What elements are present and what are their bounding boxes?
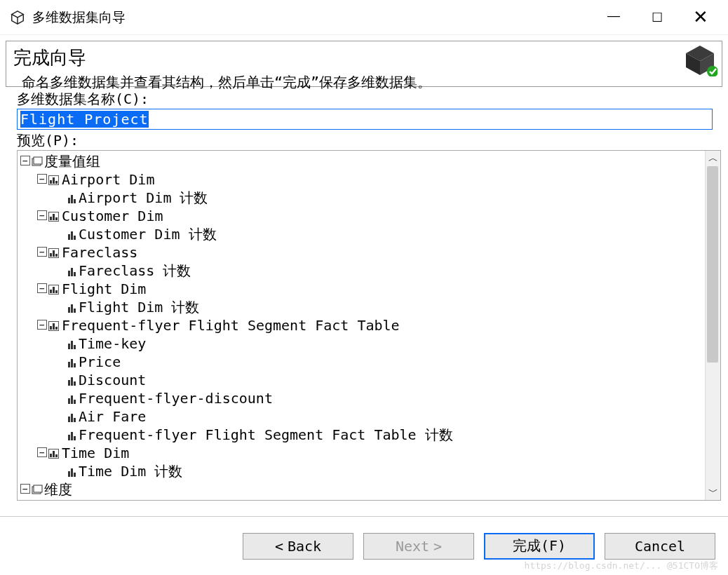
chevron-right-icon: > — [433, 538, 442, 555]
cancel-button[interactable]: Cancel — [605, 533, 715, 560]
measure-icon — [68, 394, 76, 404]
dimension-group-icon — [32, 485, 43, 494]
collapse-icon[interactable] — [37, 247, 47, 257]
tree-content[interactable]: 度量值组 Airport Dim Airport Dim 计数 Customer… — [18, 151, 705, 500]
tree-leaf[interactable]: Fareclass 计数 — [20, 262, 705, 280]
tree-group[interactable]: Frequent-flyer Flight Segment Fact Table — [20, 316, 705, 334]
app-icon — [10, 10, 25, 25]
collapse-icon[interactable] — [37, 210, 47, 220]
measure-group-icon — [48, 285, 59, 295]
maximize-button[interactable] — [635, 4, 679, 32]
tree-group[interactable]: Flight Dim — [20, 280, 705, 298]
scroll-up-arrow[interactable]: ︿ — [706, 151, 720, 166]
measure-group-icon — [48, 248, 59, 258]
collapse-icon[interactable] — [20, 156, 30, 165]
title-bar: 多维数据集向导 — [0, 0, 728, 35]
watermark-text: https://blog.csdn.net/... @51CTO博客 — [525, 560, 718, 572]
content-area: 多维数据集名称(C): Flight Project 预览(P): — [0, 87, 728, 150]
tree-leaf[interactable]: Discount — [20, 371, 705, 389]
tree-leaf[interactable]: Frequent-flyer Flight Segment Fact Table… — [20, 426, 705, 444]
scroll-track[interactable] — [706, 166, 720, 485]
wizard-header: 完成向导 命名多维数据集并查看其结构，然后单击“完成”保存多维数据集。 — [6, 41, 722, 87]
tree-leaf[interactable]: Time-key — [20, 334, 705, 353]
collapse-icon[interactable] — [37, 320, 47, 330]
tree-group[interactable]: Time Dim — [20, 444, 705, 462]
scroll-thumb[interactable] — [707, 166, 718, 363]
tree-leaf[interactable]: Frequent-flyer-discount — [20, 389, 705, 407]
finish-button[interactable]: 完成(F) — [484, 533, 595, 560]
measure-icon — [68, 376, 76, 386]
wizard-window: 多维数据集向导 完成向导 命名多维数据集并查看其结构，然后单击“完成”保存多维数… — [0, 0, 728, 575]
collapse-icon[interactable] — [37, 447, 47, 457]
measure-icon — [68, 431, 76, 440]
collapse-icon[interactable] — [37, 283, 47, 293]
measure-group-icon — [48, 321, 59, 331]
svg-rect-2 — [34, 157, 42, 164]
cube-check-icon — [682, 44, 717, 79]
tree-dimensions[interactable]: 维度 — [20, 480, 705, 499]
next-button: Next> — [363, 533, 474, 560]
cube-name-value: Flight Project — [20, 111, 149, 128]
measure-icon — [68, 339, 76, 349]
tree-group[interactable]: Customer Dim — [20, 207, 705, 225]
chevron-left-icon: < — [275, 538, 283, 555]
back-button[interactable]: <Back — [243, 533, 353, 560]
scroll-down-arrow[interactable]: ﹀ — [706, 485, 720, 500]
tree-leaf[interactable]: Air Fare — [20, 407, 705, 426]
collapse-icon[interactable] — [20, 484, 30, 494]
measure-icon — [68, 467, 76, 477]
measure-group-icon — [48, 449, 59, 459]
measure-icon — [68, 303, 76, 313]
collapse-icon[interactable] — [37, 174, 47, 184]
tree-leaf[interactable]: Airport Dim 计数 — [20, 189, 705, 207]
tree-group[interactable]: Fareclass — [20, 243, 705, 262]
cube-name-input[interactable]: Flight Project — [17, 109, 713, 130]
window-title: 多维数据集向导 — [32, 8, 126, 27]
preview-label: 预览(P): — [17, 131, 721, 150]
tree-group[interactable]: Airport Dim — [20, 170, 705, 189]
measure-icon — [68, 230, 76, 240]
preview-tree: 度量值组 Airport Dim Airport Dim 计数 Customer… — [17, 150, 721, 501]
vertical-scrollbar[interactable]: ︿ ﹀ — [705, 151, 720, 500]
tree-leaf[interactable]: Price — [20, 353, 705, 371]
svg-rect-4 — [34, 485, 42, 492]
footer-button-bar: <Back Next> 完成(F) Cancel https://blog.cs… — [0, 516, 728, 575]
tree-root[interactable]: 度量值组 — [20, 152, 705, 170]
measure-icon — [68, 358, 76, 367]
page-title: 完成向导 — [13, 46, 716, 70]
measure-icon — [68, 412, 76, 422]
measure-icon — [68, 194, 76, 203]
page-subtitle: 命名多维数据集并查看其结构，然后单击“完成”保存多维数据集。 — [13, 73, 716, 92]
cube-group-icon — [32, 156, 43, 166]
measure-group-icon — [48, 212, 59, 222]
minimize-button[interactable] — [592, 4, 635, 32]
tree-leaf[interactable]: Flight Dim 计数 — [20, 298, 705, 316]
tree-leaf[interactable]: Time Dim 计数 — [20, 462, 705, 480]
close-button[interactable] — [679, 4, 722, 32]
measure-group-icon — [48, 175, 59, 185]
cube-name-label: 多维数据集名称(C): — [17, 90, 721, 109]
measure-icon — [68, 266, 76, 276]
tree-leaf[interactable]: Customer Dim 计数 — [20, 225, 705, 243]
